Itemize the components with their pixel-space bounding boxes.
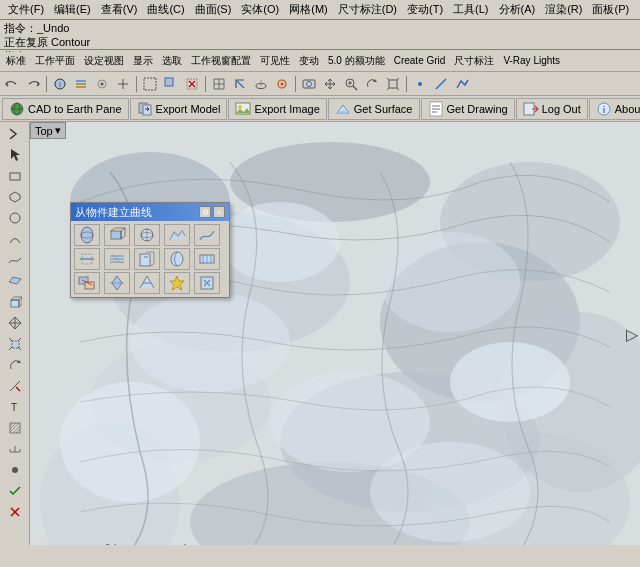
- svg-rect-17: [389, 80, 397, 88]
- menu-analysis[interactable]: 分析(A): [495, 1, 540, 18]
- tab-select[interactable]: 选取: [158, 52, 186, 70]
- icon-rotate-view[interactable]: [362, 74, 382, 94]
- svg-point-30: [10, 213, 20, 223]
- left-btn-dim[interactable]: [3, 439, 27, 459]
- dialog-icon-3[interactable]: [134, 224, 160, 246]
- tab-workplane[interactable]: 工作平面: [31, 52, 79, 70]
- dialog-icon-6[interactable]: [74, 248, 100, 270]
- icon-redo[interactable]: [23, 74, 43, 94]
- icon-planar[interactable]: [251, 74, 271, 94]
- dialog-icon-9[interactable]: [164, 248, 190, 270]
- left-btn-text[interactable]: T: [3, 397, 27, 417]
- export-model-btn[interactable]: Export Model: [130, 98, 228, 120]
- dialog-icon-8[interactable]: [134, 248, 160, 270]
- left-btn-select[interactable]: [3, 145, 27, 165]
- icon-select-all[interactable]: [140, 74, 160, 94]
- log-out-btn[interactable]: Log Out: [516, 98, 588, 120]
- export-image-label: Export Image: [254, 103, 319, 115]
- dialog-icon-11[interactable]: [74, 272, 100, 294]
- icon-extents[interactable]: [383, 74, 403, 94]
- get-surface-btn[interactable]: Get Surface: [328, 98, 420, 120]
- left-btn-surface[interactable]: [3, 271, 27, 291]
- menu-dim[interactable]: 尺寸标注(D): [334, 1, 401, 18]
- icon-snap1[interactable]: [92, 74, 112, 94]
- icon-window-select[interactable]: [161, 74, 181, 94]
- left-btn-polygon[interactable]: [3, 187, 27, 207]
- left-btn-trim[interactable]: [3, 376, 27, 396]
- tab-50[interactable]: 5.0 的额功能: [324, 52, 389, 70]
- get-drawing-btn[interactable]: Get Drawing: [421, 98, 515, 120]
- viewport[interactable]: 0 Top ▾ 从物件建立曲线 ⚙ ×: [30, 122, 640, 545]
- left-btn-dot[interactable]: [3, 460, 27, 480]
- dialog-icon-2[interactable]: [104, 224, 130, 246]
- icon-ortho[interactable]: [230, 74, 250, 94]
- left-btn-scale[interactable]: [3, 334, 27, 354]
- left-btn-check[interactable]: [3, 481, 27, 501]
- tab-standard[interactable]: 标准: [2, 52, 30, 70]
- tab-viewport[interactable]: 工作视窗配置: [187, 52, 255, 70]
- icon-polyline[interactable]: [452, 74, 472, 94]
- menu-panel[interactable]: 面板(P): [588, 1, 633, 18]
- icon-point[interactable]: [410, 74, 430, 94]
- menu-paneling[interactable]: Paneling To: [635, 3, 640, 17]
- dialog-icon-13[interactable]: [134, 272, 160, 294]
- tab-creategrid[interactable]: Create Grid: [390, 52, 450, 70]
- menu-render[interactable]: 渲染(R): [541, 1, 586, 18]
- svg-rect-32: [12, 341, 19, 348]
- icon-props[interactable]: i: [50, 74, 70, 94]
- svg-rect-8: [165, 78, 173, 86]
- dialog-icon-12[interactable]: [104, 272, 130, 294]
- right-navigation-arrow[interactable]: ▷: [626, 324, 638, 343]
- icon-layer[interactable]: [71, 74, 91, 94]
- viewport-dropdown-icon[interactable]: ▾: [55, 124, 61, 137]
- menu-curve[interactable]: 曲线(C): [143, 1, 188, 18]
- viewport-label[interactable]: Top ▾: [30, 122, 66, 139]
- icon-zoom[interactable]: [341, 74, 361, 94]
- export-image-btn[interactable]: Export Image: [228, 98, 326, 120]
- icon-pan[interactable]: [320, 74, 340, 94]
- dialog-icon-14[interactable]: [194, 272, 220, 294]
- icon-undo[interactable]: [2, 74, 22, 94]
- about-btn[interactable]: i About: [589, 98, 640, 120]
- tab-setview[interactable]: 设定视图: [80, 52, 128, 70]
- dialog-settings-btn[interactable]: ⚙: [199, 206, 211, 218]
- left-btn-arrow[interactable]: [3, 124, 27, 144]
- left-btn-rotate[interactable]: [3, 355, 27, 375]
- dialog-close-btn[interactable]: ×: [213, 206, 225, 218]
- menu-mesh[interactable]: 网格(M): [285, 1, 332, 18]
- left-btn-hatch[interactable]: [3, 418, 27, 438]
- menu-view[interactable]: 查看(V): [97, 1, 142, 18]
- dialog-icon-10[interactable]: [194, 248, 220, 270]
- float-dialog-title: 从物件建立曲线 ⚙ ×: [71, 203, 229, 221]
- dialog-icon-5[interactable]: [194, 224, 220, 246]
- tab-display[interactable]: 显示: [129, 52, 157, 70]
- tab-transform[interactable]: 变动: [295, 52, 323, 70]
- dialog-icon-1[interactable]: [74, 224, 100, 246]
- dialog-icon-star[interactable]: [164, 272, 190, 294]
- menu-transform[interactable]: 变动(T): [403, 1, 447, 18]
- icon-snap2[interactable]: [113, 74, 133, 94]
- tab-vray[interactable]: V-Ray Lights: [499, 52, 564, 70]
- tab-visibility[interactable]: 可见性: [256, 52, 294, 70]
- menu-surface[interactable]: 曲面(S): [191, 1, 236, 18]
- icon-grid[interactable]: [209, 74, 229, 94]
- left-btn-cross[interactable]: [3, 502, 27, 522]
- icon-deselect[interactable]: [182, 74, 202, 94]
- icon-camera[interactable]: [299, 74, 319, 94]
- menu-tools[interactable]: 工具(L): [449, 1, 492, 18]
- left-btn-curve[interactable]: [3, 250, 27, 270]
- icon-line[interactable]: [431, 74, 451, 94]
- tab-dim[interactable]: 尺寸标注: [450, 52, 498, 70]
- menu-solid[interactable]: 实体(O): [237, 1, 283, 18]
- left-btn-circle[interactable]: [3, 208, 27, 228]
- icon-osnap[interactable]: [272, 74, 292, 94]
- menu-edit[interactable]: 编辑(E): [50, 1, 95, 18]
- left-btn-rect[interactable]: [3, 166, 27, 186]
- dialog-icon-7[interactable]: [104, 248, 130, 270]
- dialog-icon-4[interactable]: [164, 224, 190, 246]
- menu-file[interactable]: 文件(F): [4, 1, 48, 18]
- cadtoearth-btn[interactable]: CAD to Earth Pane: [2, 98, 129, 120]
- left-btn-arc[interactable]: [3, 229, 27, 249]
- left-btn-move[interactable]: [3, 313, 27, 333]
- left-btn-box[interactable]: [3, 292, 27, 312]
